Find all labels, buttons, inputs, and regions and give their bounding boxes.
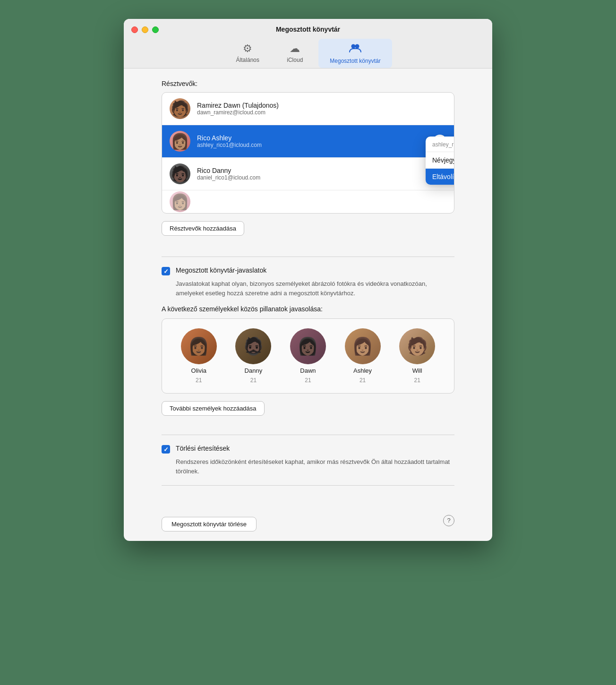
cloud-icon: ☁ <box>290 43 300 55</box>
close-button[interactable] <box>131 26 138 33</box>
person-olivia[interactable]: Olivia 21 <box>181 328 217 384</box>
olivia-count: 21 <box>196 377 202 384</box>
danny2-face-icon <box>235 328 271 364</box>
tab-shared-library-label: Megosztott könyvtár <box>330 58 380 64</box>
danny2-count: 21 <box>250 377 257 384</box>
tab-icloud[interactable]: ☁ iCloud <box>271 39 318 68</box>
main-window: Megosztott könyvtár ⚙ Általános ☁ iCloud <box>124 19 492 541</box>
person-danny[interactable]: Danny 21 <box>235 328 271 384</box>
olivia-name: Olivia <box>191 367 207 374</box>
ashley-face-icon <box>171 132 189 150</box>
dropdown-show-card[interactable]: Névjegykártya megjelenítése <box>426 152 454 169</box>
dawn-email: dawn_ramirez@icloud.com <box>197 109 446 116</box>
divider-1 <box>162 257 454 257</box>
avatar-olivia <box>181 328 217 364</box>
ashley2-face-icon <box>345 328 381 364</box>
traffic-lights <box>131 26 159 33</box>
people-suggestions-box: Olivia 21 Danny 21 Dawn 21 <box>162 318 454 394</box>
toolbar: ⚙ Általános ☁ iCloud Megosztott könyvtár <box>224 39 392 68</box>
footer-bar: Megosztott könyvtár törlése ? <box>124 509 492 541</box>
divider-2 <box>162 435 454 435</box>
delete-library-button[interactable]: Megosztott könyvtár törlése <box>162 517 257 531</box>
ashley2-name: Ashley <box>353 367 372 374</box>
titlebar: Megosztott könyvtár ⚙ Általános ☁ iCloud <box>124 19 492 68</box>
participant-row-ashley[interactable]: Rico Ashley ashley_rico1@icloud.com ••• … <box>162 125 454 158</box>
participants-label: Résztvevők: <box>162 80 454 87</box>
participants-list: Ramirez Dawn (Tulajdonos) dawn_ramirez@i… <box>162 92 454 214</box>
participant-row-dawn[interactable]: Ramirez Dawn (Tulajdonos) dawn_ramirez@i… <box>162 93 454 125</box>
will-name: Will <box>412 367 422 374</box>
svg-point-1 <box>355 44 359 49</box>
divider-3 <box>162 485 454 486</box>
danny2-name: Danny <box>245 367 263 374</box>
checkmark-icon: ✓ <box>163 268 169 275</box>
suggestions-desc: Javaslatokat kaphat olyan, bizonyos szem… <box>176 279 454 298</box>
suggestions-checkbox-section: ✓ Megosztott könyvtár-javaslatok <box>162 266 454 275</box>
add-participants-button[interactable]: Résztvevők hozzáadása <box>162 221 244 236</box>
tab-altalanos[interactable]: ⚙ Általános <box>224 39 271 68</box>
avatar-partial <box>170 191 190 212</box>
dawn2-name: Dawn <box>300 367 316 374</box>
danny-face-icon <box>171 165 189 183</box>
dawn2-face-icon <box>290 328 326 364</box>
partial-face-icon <box>171 193 189 211</box>
minimize-button[interactable] <box>142 26 148 33</box>
tab-icloud-label: iCloud <box>287 57 303 63</box>
gear-icon: ⚙ <box>243 43 252 55</box>
ashley-name: Rico Ashley <box>197 134 427 142</box>
dawn-name: Ramirez Dawn (Tulajdonos) <box>197 102 446 109</box>
person-ashley2[interactable]: Ashley 21 <box>345 328 381 384</box>
olivia-face-icon <box>181 328 217 364</box>
participant-info-danny: Rico Danny daniel_rico1@icloud.com <box>197 167 446 181</box>
tab-shared-library[interactable]: Megosztott könyvtár <box>318 39 392 68</box>
suggestions-sub-label: A következő személyekkel közös pillanato… <box>162 305 454 313</box>
ashley-email: ashley_rico1@icloud.com <box>197 142 427 148</box>
shared-library-icon <box>349 43 361 56</box>
avatar-will-person <box>399 328 435 364</box>
fullscreen-button[interactable] <box>152 26 159 33</box>
danny-name: Rico Danny <box>197 167 446 174</box>
dropdown-email: ashley_rico1@icloud.com <box>426 137 454 152</box>
dawn-face-icon <box>171 100 189 118</box>
avatar-ashley2-person <box>345 328 381 364</box>
svg-point-0 <box>351 44 355 49</box>
will-count: 21 <box>414 377 420 384</box>
will-face-icon <box>399 328 435 364</box>
deletion-checkbox-section: ✓ Törlési értesítések <box>162 445 454 454</box>
window-title: Megosztott könyvtár <box>276 26 340 33</box>
ashley2-count: 21 <box>359 377 366 384</box>
deletion-desc: Rendszeres időközönként értesítéseket ka… <box>176 457 454 476</box>
participant-info-dawn: Ramirez Dawn (Tulajdonos) dawn_ramirez@i… <box>197 102 446 116</box>
add-more-people-button[interactable]: További személyek hozzáadása <box>162 401 265 416</box>
dawn2-count: 21 <box>305 377 311 384</box>
tab-altalanos-label: Általános <box>236 57 259 63</box>
participant-row-danny[interactable]: Rico Danny daniel_rico1@icloud.com <box>162 158 454 190</box>
person-will[interactable]: Will 21 <box>399 328 435 384</box>
avatar-ashley <box>170 131 190 152</box>
danny-email: daniel_rico1@icloud.com <box>197 174 446 181</box>
suggestions-checkbox[interactable]: ✓ <box>162 267 170 275</box>
avatar-danny <box>170 163 190 184</box>
context-menu: ashley_rico1@icloud.com Névjegykártya me… <box>426 137 454 185</box>
avatar-dawn <box>170 98 190 119</box>
avatar-dawn2-person <box>290 328 326 364</box>
suggestions-title-wrap: Megosztott könyvtár-javaslatok <box>176 266 266 274</box>
suggestions-title: Megosztott könyvtár-javaslatok <box>176 266 266 274</box>
person-dawn[interactable]: Dawn 21 <box>290 328 326 384</box>
deletion-title: Törlési értesítések <box>176 445 230 452</box>
participant-row-partial <box>162 190 454 213</box>
avatar-danny2 <box>235 328 271 364</box>
deletion-checkmark-icon: ✓ <box>163 446 169 453</box>
help-button[interactable]: ? <box>443 515 454 526</box>
participant-info-ashley: Rico Ashley ashley_rico1@icloud.com <box>197 134 427 148</box>
deletion-title-wrap: Törlési értesítések <box>176 445 230 452</box>
dropdown-remove[interactable]: Eltávolítás <box>426 169 454 185</box>
content-area: Résztvevők: Ramirez Dawn (Tulajdonos) da… <box>124 68 492 509</box>
deletion-checkbox[interactable]: ✓ <box>162 445 170 454</box>
